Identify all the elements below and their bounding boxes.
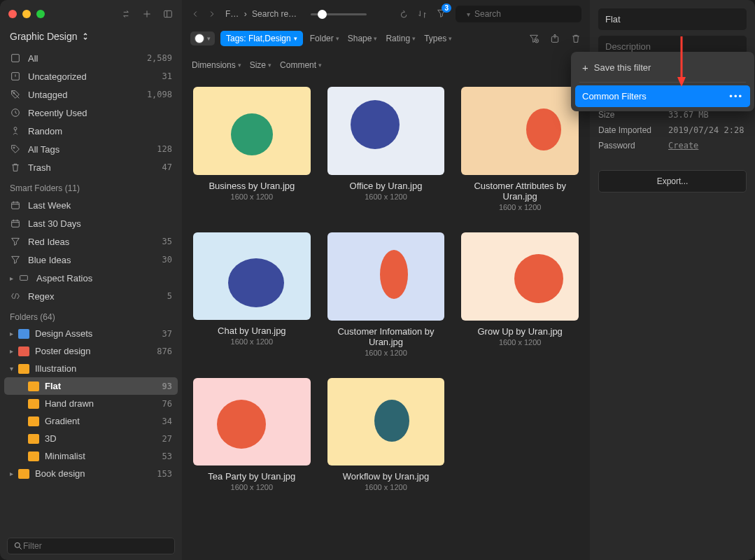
filter-rating[interactable]: Rating▾ <box>384 31 417 46</box>
folder-icon <box>18 329 29 339</box>
sidebar-item-uncategorized[interactable]: Uncategorized31 <box>4 67 178 85</box>
filter-dimensions[interactable]: Dimensions▾ <box>190 57 243 73</box>
sidebar-item-random[interactable]: Random <box>4 122 178 140</box>
filter-types[interactable]: Types▾ <box>423 31 453 46</box>
filter-size[interactable]: Size▾ <box>248 57 273 73</box>
sidebar-item-last-30-days[interactable]: Last 30 Days <box>4 214 178 232</box>
save-filter-icon[interactable] <box>528 33 539 44</box>
folder-icon <box>28 434 39 444</box>
sidebar-item-count: 34 <box>162 416 172 426</box>
filter-label: Size <box>250 60 266 70</box>
thumbnail-tile[interactable]: Office by Uran.jpg1600 x 1200 <box>327 87 445 211</box>
sidebar-item-recently-used[interactable]: Recently Used <box>4 104 178 122</box>
sidebar-item-book-design[interactable]: ▸Book design153 <box>4 465 178 482</box>
sidebar-item-label: Random <box>28 126 172 136</box>
filter-comment[interactable]: Comment▾ <box>278 57 323 73</box>
svg-rect-9 <box>20 276 28 281</box>
sidebar-item-3d[interactable]: 3D27 <box>4 430 178 447</box>
sidebar-toggle-icon[interactable] <box>162 8 174 20</box>
tile-filename: Chat by Uran.jpg <box>193 326 311 336</box>
filter-label: Types <box>424 34 446 43</box>
tags-filter-chip[interactable]: Tags: Flat,Design▾ <box>220 31 303 46</box>
search-icon <box>13 541 23 551</box>
filter-label: Dimensions <box>192 60 236 70</box>
filter-folder[interactable]: Folder▾ <box>309 31 341 46</box>
swap-icon[interactable] <box>120 8 132 20</box>
sidebar-item-gradient[interactable]: Gradient34 <box>4 412 178 430</box>
tile-filename: Customer Attributes by Uran.jpg <box>461 181 579 202</box>
create-password-link[interactable]: Create <box>668 141 698 150</box>
tile-dimensions: 1600 x 1200 <box>461 338 579 346</box>
sidebar-item-illustration[interactable]: ▾Illustration <box>4 360 178 377</box>
sidebar-item-count: 31 <box>162 71 172 81</box>
folder-icon <box>28 451 39 461</box>
add-icon[interactable] <box>141 8 153 20</box>
nav-back-icon[interactable] <box>190 9 200 19</box>
sidebar-item-count: 53 <box>162 451 172 461</box>
inspector-name-input[interactable] <box>598 8 747 30</box>
sidebar-item-label: Flat <box>45 381 162 391</box>
share-icon[interactable] <box>549 33 560 44</box>
thumbnail-tile[interactable]: Tea Party by Uran.jpg1600 x 1200 <box>193 378 311 492</box>
filter-icon <box>10 254 21 265</box>
sidebar-filter[interactable] <box>7 538 175 554</box>
sidebar-item-poster-design[interactable]: ▸Poster design876 <box>4 342 178 360</box>
sidebar-item-count: 93 <box>162 382 172 391</box>
filter-button[interactable]: 3 <box>436 8 447 21</box>
common-filters-row[interactable]: Common Filters ••• <box>575 85 750 107</box>
sidebar-item-minimalist[interactable]: Minimalist53 <box>4 447 178 465</box>
folder-icon <box>18 346 29 356</box>
search-input[interactable] <box>474 9 579 19</box>
library-name: Graphic Design <box>10 31 78 42</box>
sidebar-item-all-tags[interactable]: All Tags128 <box>4 140 178 158</box>
tile-filename: Customer Infomation by Uran.jpg <box>327 326 445 347</box>
smart-folders-header: Smart Folders (11) <box>4 176 178 196</box>
thumbnail-tile[interactable]: Customer Infomation by Uran.jpg1600 x 12… <box>327 232 445 357</box>
sidebar-item-count: 128 <box>157 144 172 154</box>
thumbnail-tile[interactable]: Grow Up by Uran.jpg1600 x 1200 <box>461 232 579 357</box>
thumbnail-tile[interactable]: Workflow by Uran.jpg1600 x 1200 <box>327 378 445 492</box>
refresh-icon[interactable] <box>398 9 409 20</box>
tile-dimensions: 1600 x 1200 <box>193 337 311 346</box>
sidebar-item-count: 5 <box>167 291 172 301</box>
thumbnail-image <box>461 232 579 321</box>
export-button[interactable]: Export... <box>598 170 747 192</box>
filter-shape[interactable]: Shape▾ <box>346 31 379 46</box>
sort-icon[interactable] <box>417 9 428 20</box>
save-filter-row[interactable]: + Save this filter <box>575 56 750 79</box>
sidebar-item-regex[interactable]: Regex5 <box>4 287 178 305</box>
sidebar-item-red-ideas[interactable]: Red Ideas35 <box>4 232 178 251</box>
library-selector[interactable]: Graphic Design <box>0 28 182 49</box>
sidebar-item-blue-ideas[interactable]: Blue Ideas30 <box>4 251 178 269</box>
sidebar-item-trash[interactable]: Trash47 <box>4 158 178 176</box>
sidebar-filter-input[interactable] <box>23 541 169 551</box>
svg-rect-0 <box>164 10 172 17</box>
maximize-window-button[interactable] <box>36 10 45 18</box>
color-filter-chip[interactable]: ▾ <box>190 31 215 46</box>
thumbnail-size-slider[interactable] <box>311 13 367 15</box>
thumbnail-tile[interactable]: Customer Attributes by Uran.jpg1600 x 12… <box>461 87 579 211</box>
sidebar-item-untagged[interactable]: Untagged1,098 <box>4 85 178 104</box>
sidebar-item-count: 30 <box>162 255 172 265</box>
thumbnail-tile[interactable]: Business by Uran.jpg1600 x 1200 <box>193 87 311 211</box>
tile-dimensions: 1600 x 1200 <box>461 203 579 211</box>
sidebar-item-design-assets[interactable]: ▸Design Assets37 <box>4 325 178 342</box>
breadcrumb[interactable]: F… › Search re… <box>224 9 298 19</box>
sidebar-item-label: Recently Used <box>28 108 172 118</box>
breadcrumb-b: Search re… <box>252 9 297 19</box>
delete-icon[interactable] <box>570 33 581 44</box>
sidebar-item-last-week[interactable]: Last Week <box>4 196 178 214</box>
sidebar-list: All2,589Uncategorized31Untagged1,098Rece… <box>0 49 182 533</box>
sidebar-item-flat[interactable]: Flat93 <box>4 377 178 395</box>
nav-forward-icon[interactable] <box>207 9 217 19</box>
sidebar-item-label: Book design <box>35 468 157 479</box>
thumbnail-tile[interactable]: Chat by Uran.jpg1600 x 1200 <box>193 232 311 357</box>
search-box[interactable]: ▾ <box>456 6 581 22</box>
minimize-window-button[interactable] <box>22 10 31 18</box>
sidebar-item-hand-drawn[interactable]: Hand drawn76 <box>4 395 178 412</box>
filter-label: Comment <box>280 60 316 70</box>
sidebar-item-aspect-ratios[interactable]: ▸Aspect Ratios <box>4 269 178 287</box>
close-window-button[interactable] <box>8 10 17 18</box>
sidebar-item-all[interactable]: All2,589 <box>4 49 178 67</box>
more-icon[interactable]: ••• <box>729 91 743 102</box>
